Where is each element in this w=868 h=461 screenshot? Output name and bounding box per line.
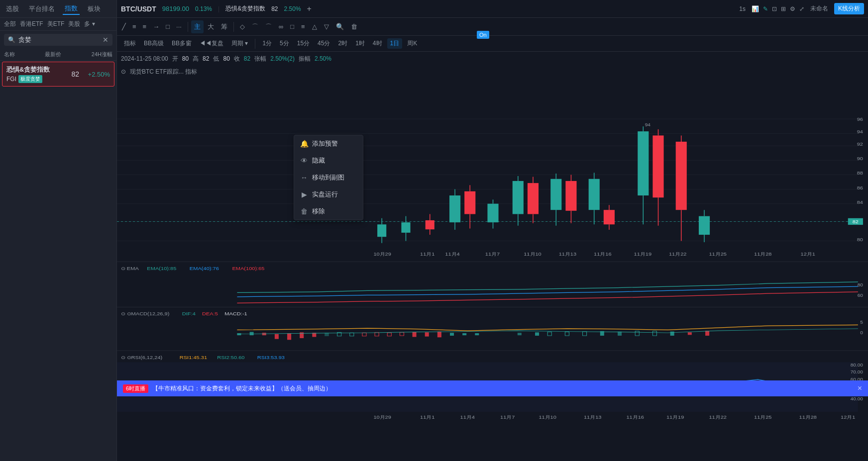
period-selector[interactable]: 周期 ▾ bbox=[228, 38, 251, 49]
bb-advanced-tab[interactable]: BB高级 bbox=[141, 38, 167, 49]
period-wk[interactable]: 周K bbox=[404, 38, 420, 49]
svg-rect-45 bbox=[550, 179, 561, 210]
1s-button[interactable]: 1s bbox=[737, 4, 748, 13]
amplitude-val: 2.50%(2) bbox=[270, 55, 295, 62]
filter-hketf[interactable]: 香港ETF bbox=[20, 20, 43, 28]
add-button[interactable]: + bbox=[307, 4, 312, 13]
period-1d[interactable]: 1日 bbox=[387, 38, 403, 49]
col-price[interactable]: 最新价 bbox=[45, 51, 61, 58]
svg-text:86: 86 bbox=[857, 185, 864, 190]
filter-us[interactable]: 美股 bbox=[68, 20, 80, 28]
svg-rect-122 bbox=[688, 332, 692, 335]
hline-tool[interactable]: ≡ bbox=[140, 21, 150, 32]
svg-rect-21 bbox=[377, 224, 386, 237]
svg-rect-96 bbox=[287, 333, 291, 340]
period-15m[interactable]: 15分 bbox=[294, 38, 313, 49]
filter-usetf[interactable]: 美ETF bbox=[47, 20, 65, 28]
sidebar-nav-index[interactable]: 指数 bbox=[63, 3, 80, 15]
period-1m[interactable]: 1分 bbox=[259, 38, 275, 49]
indicator-change: 2.50% bbox=[284, 5, 301, 12]
svg-text:⊙ EMA: ⊙ EMA bbox=[121, 266, 139, 271]
ray-tool[interactable]: → bbox=[150, 21, 162, 32]
sidebar-nav-select[interactable]: 选股 bbox=[4, 3, 21, 14]
col-name[interactable]: 名称 bbox=[4, 51, 15, 58]
main-style-button[interactable]: 主 bbox=[191, 20, 204, 33]
unnamed-button[interactable]: 未命名 bbox=[808, 3, 830, 14]
clear-search-button[interactable]: ✕ bbox=[103, 36, 108, 44]
box-tool[interactable]: □ bbox=[287, 21, 297, 32]
triangle-tool[interactable]: △ bbox=[309, 21, 320, 32]
indicator-tab[interactable]: 指标 bbox=[121, 38, 139, 49]
svg-rect-109 bbox=[450, 333, 454, 336]
svg-rect-48 bbox=[565, 181, 576, 211]
period-45m[interactable]: 45分 bbox=[315, 38, 333, 49]
svg-text:11月7: 11月7 bbox=[485, 252, 500, 257]
symbol[interactable]: BTC/USDT bbox=[121, 5, 156, 13]
info-circle: ⊙ bbox=[121, 68, 126, 75]
shape-tool3[interactable]: ⌒ bbox=[262, 20, 275, 33]
svg-rect-57 bbox=[638, 131, 649, 195]
period-5m[interactable]: 5分 bbox=[277, 38, 292, 49]
svg-rect-66 bbox=[699, 216, 710, 235]
replay-tab[interactable]: ◀◀复盘 bbox=[197, 38, 226, 49]
svg-rect-110 bbox=[462, 333, 466, 335]
menu-add-alert[interactable]: 🔔 添加预警 bbox=[294, 135, 363, 152]
svg-text:0: 0 bbox=[860, 330, 863, 335]
period-1h[interactable]: 1时 bbox=[352, 38, 368, 49]
fib-tool[interactable]: ∞ bbox=[276, 21, 286, 32]
trash-tool[interactable]: 🗑 bbox=[348, 21, 360, 32]
filter-tool[interactable]: 🔍 bbox=[333, 21, 347, 32]
period-2h[interactable]: 2时 bbox=[335, 38, 350, 49]
svg-rect-92 bbox=[237, 333, 241, 335]
live-close-button[interactable]: × bbox=[858, 384, 862, 393]
inv-triangle-tool[interactable]: ▽ bbox=[321, 21, 332, 32]
price-change: 0.13% bbox=[195, 5, 212, 12]
svg-text:11月1: 11月1 bbox=[420, 415, 435, 420]
menu-remove[interactable]: 🗑 移除 bbox=[294, 203, 363, 220]
open-val: 80 bbox=[182, 55, 189, 62]
instrument-change: +2.50% bbox=[85, 71, 110, 78]
sidebar-nav-sector[interactable]: 板块 bbox=[86, 3, 103, 14]
menu-remove-label: 移除 bbox=[312, 207, 325, 216]
more-tool[interactable]: ··· bbox=[173, 21, 185, 32]
multiline-tool[interactable]: ≡ bbox=[129, 21, 139, 32]
col-change[interactable]: 24H涨幅 bbox=[92, 51, 112, 58]
svg-text:MACD:-1: MACD:-1 bbox=[224, 311, 247, 316]
shape-tool2[interactable]: ⌒ bbox=[249, 20, 261, 33]
indicator-value: 82 bbox=[271, 5, 278, 12]
svg-text:40.00: 40.00 bbox=[851, 397, 863, 401]
close-val: 82 bbox=[244, 55, 250, 62]
menu-move-to-subchart[interactable]: ↔ 移动到副图 bbox=[294, 169, 363, 186]
kline-analysis-button[interactable]: K线分析 bbox=[834, 3, 864, 14]
instrument-price: 82 bbox=[71, 70, 79, 78]
measure-tool[interactable]: ≡ bbox=[298, 21, 308, 32]
svg-text:70.00: 70.00 bbox=[851, 369, 863, 374]
rect-tool[interactable]: □ bbox=[163, 21, 173, 32]
svg-rect-114 bbox=[547, 332, 551, 336]
instrument-tag: 极度贪婪 bbox=[18, 75, 42, 83]
chips-style-button[interactable]: 筹 bbox=[218, 20, 230, 33]
svg-rect-93 bbox=[250, 332, 254, 336]
svg-text:11月4: 11月4 bbox=[445, 252, 460, 257]
svg-text:EMA(10):85: EMA(10):85 bbox=[147, 266, 176, 271]
table-row[interactable]: 恐惧&贪婪指数 FGI 极度贪婪 82 +2.50% bbox=[2, 62, 114, 87]
shape-tool1[interactable]: ◇ bbox=[237, 21, 248, 32]
svg-text:10月29: 10月29 bbox=[373, 415, 391, 420]
search-input[interactable] bbox=[18, 36, 100, 44]
big-style-button[interactable]: 大 bbox=[205, 20, 217, 33]
menu-live-trading[interactable]: ▶ 实盘运行 bbox=[294, 186, 363, 203]
toolbar-icon2: ✎ bbox=[763, 5, 768, 12]
line-tool[interactable]: ╱ bbox=[119, 21, 129, 32]
filter-more[interactable]: 多 ▾ bbox=[84, 20, 95, 28]
sidebar-nav-platform[interactable]: 平台排名 bbox=[27, 3, 57, 14]
svg-rect-101 bbox=[350, 333, 354, 336]
low-label: 低 bbox=[213, 55, 219, 63]
svg-text:60: 60 bbox=[858, 293, 863, 298]
filter-all[interactable]: 全部 bbox=[4, 20, 16, 28]
row-left: 恐惧&贪婪指数 FGI 极度贪婪 bbox=[6, 65, 71, 83]
close-label: 收 bbox=[234, 55, 240, 63]
menu-hide[interactable]: 👁 隐藏 bbox=[294, 152, 363, 169]
toolbar-icon1: 📊 bbox=[752, 5, 759, 12]
bb-multi-tab[interactable]: BB多窗 bbox=[169, 38, 195, 49]
period-4h[interactable]: 4时 bbox=[370, 38, 385, 49]
